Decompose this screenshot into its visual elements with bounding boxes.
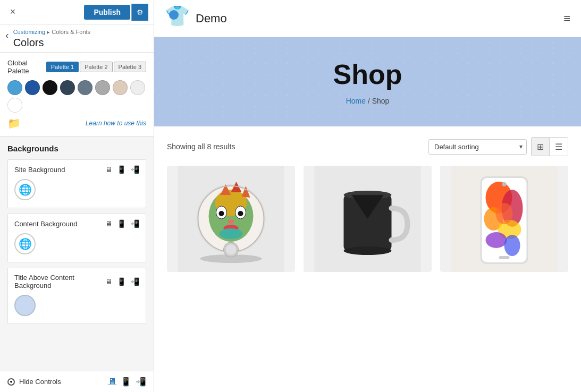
color-swatches [7,80,146,113]
demo-logo: 👕 Demo [165,6,227,31]
hide-controls-dot: ● [7,378,15,386]
product-card-2[interactable] [304,166,432,272]
hero-title: Shop [165,58,570,90]
site-background-globe-button[interactable]: 🌐 [14,179,36,200]
backgrounds-heading: Backgrounds [7,144,146,153]
content-background-row: Content Background 🖥 📱 📲 🌐 [7,214,146,262]
mobile-icon-title[interactable]: 📲 [130,277,139,286]
hide-controls-label: Hide Controls [19,378,104,386]
desktop-view-icon[interactable]: 🖥 [108,377,116,387]
svg-point-10 [228,219,234,224]
hide-controls-bar[interactable]: ● Hide Controls 🖥 📱 📲 [0,371,154,392]
svg-point-21 [344,246,392,255]
product-card-3[interactable] [440,166,568,272]
mobile-icon-content[interactable]: 📲 [130,219,139,228]
breadcrumb-bar: ‹ Customizing ▸ Colors & Fonts Colors [0,24,154,53]
color-swatch-light[interactable] [130,80,145,95]
breadcrumb: Customizing ▸ Colors & Fonts [13,29,90,36]
svg-point-33 [504,235,520,256]
svg-point-32 [486,232,507,248]
view-toggle: ⊞ ☰ [531,137,568,156]
title-bg-label: Title Above Content Background [14,274,105,289]
title-bg-icons: 🖥 📱 📲 [105,277,139,286]
site-background-icons: 🖥 📱 📲 [105,165,139,174]
close-button[interactable]: × [5,5,20,20]
color-swatch-dark-gray[interactable] [60,80,75,95]
toolbar-right: Default sortingSort by popularitySort by… [428,137,568,156]
title-bg-color-swatch[interactable] [14,295,36,316]
content-background-header: Content Background 🖥 📱 📲 [14,219,139,228]
menu-icon[interactable]: ≡ [563,12,570,25]
shop-toolbar: Showing all 8 results Default sortingSor… [167,137,568,156]
svg-point-15 [220,228,243,239]
logo-blob [169,10,179,20]
settings-button[interactable]: ⚙ [131,4,148,21]
sort-select[interactable]: Default sortingSort by popularitySort by… [428,139,527,155]
learn-link[interactable]: Learn how to use this [86,120,146,127]
palette-tab-3[interactable]: Palette 3 [114,62,146,72]
breadcrumb-child: Colors & Fonts [52,29,90,35]
publish-button[interactable]: Publish [84,5,130,20]
content-background-icons: 🖥 📱 📲 [105,219,139,228]
customizer-panel: × Publish ⚙ ‹ Customizing ▸ Colors & Fon… [0,0,154,392]
desktop-icon-title[interactable]: 🖥 [105,277,113,286]
svg-point-18 [226,244,237,255]
tablet-view-icon[interactable]: 📱 [121,377,131,387]
color-swatch-light-gray[interactable] [95,80,110,95]
breadcrumb-content: Customizing ▸ Colors & Fonts Colors [13,29,90,49]
palette-tab-1[interactable]: Palette 1 [46,62,79,72]
hero-breadcrumb-sep: / [368,97,372,105]
mobile-icon[interactable]: 📲 [130,165,139,174]
site-background-label: Site Background [14,166,105,174]
list-view-button[interactable]: ☰ [550,138,568,156]
color-swatch-medium-gray[interactable] [78,80,92,95]
site-background-header: Site Background 🖥 📱 📲 [14,165,139,174]
demo-title: Demo [196,12,227,25]
back-button[interactable]: ‹ [5,30,9,40]
color-swatch-light-blue[interactable] [7,80,22,95]
tablet-icon[interactable]: 📱 [117,165,126,174]
svg-point-34 [496,203,513,224]
palette-header-row: Global Palette Palette 1 Palette 2 Palet… [7,59,146,75]
results-count: Showing all 8 results [167,142,235,151]
demo-header: 👕 Demo ≡ [154,0,581,37]
title-bg-header: Title Above Content Background 🖥 📱 📲 [14,274,139,289]
hero-banner: Shop Home / Shop [154,37,581,126]
hero-breadcrumb-current: Shop [372,97,390,105]
product-image-3 [440,166,568,272]
desktop-icon-content[interactable]: 🖥 [105,219,113,228]
logo-icon-wrap: 👕 [165,6,190,31]
hero-breadcrumb: Home / Shop [165,97,570,105]
breadcrumb-separator: ▸ [47,29,52,35]
hero-home-link[interactable]: Home [346,97,366,105]
color-swatch-black[interactable] [43,80,57,95]
top-bar: × Publish ⚙ [0,0,154,24]
svg-rect-36 [499,256,510,259]
product-card-1[interactable] [167,166,295,272]
site-background-row: Site Background 🖥 📱 📲 🌐 [7,159,146,208]
preview-panel: 👕 Demo ≡ Shop Home / Shop Showing all 8 … [154,0,581,392]
content-background-controls: 🌐 [14,233,139,254]
breadcrumb-parent-link[interactable]: Customizing [13,29,46,35]
palette-tab-2[interactable]: Palette 2 [80,62,112,72]
svg-point-35 [502,182,507,186]
tablet-icon-title[interactable]: 📱 [117,277,126,286]
tablet-icon-content[interactable]: 📱 [117,219,126,228]
mobile-view-icon[interactable]: 📲 [136,377,146,387]
folder-icon[interactable]: 📁 [7,117,21,130]
shop-content: Showing all 8 results Default sortingSor… [154,126,581,392]
palette-tabs: Palette 1 Palette 2 Palette 3 [46,62,146,72]
color-swatch-dark-blue[interactable] [25,80,40,95]
view-icons: 🖥 📱 📲 [108,377,146,387]
global-palette-label: Global Palette [7,59,46,75]
grid-view-button[interactable]: ⊞ [532,138,550,156]
content-background-globe-button[interactable]: 🌐 [14,233,36,254]
site-background-controls: 🌐 [14,179,139,200]
color-swatch-beige[interactable] [113,80,128,95]
desktop-icon[interactable]: 🖥 [105,165,113,174]
color-swatch-white[interactable] [7,98,22,113]
title-bg-controls [14,295,139,316]
product-image-2 [304,166,432,272]
title-bg-row: Title Above Content Background 🖥 📱 📲 [7,268,146,324]
backgrounds-section: Backgrounds Site Background 🖥 📱 📲 🌐 [0,137,154,331]
